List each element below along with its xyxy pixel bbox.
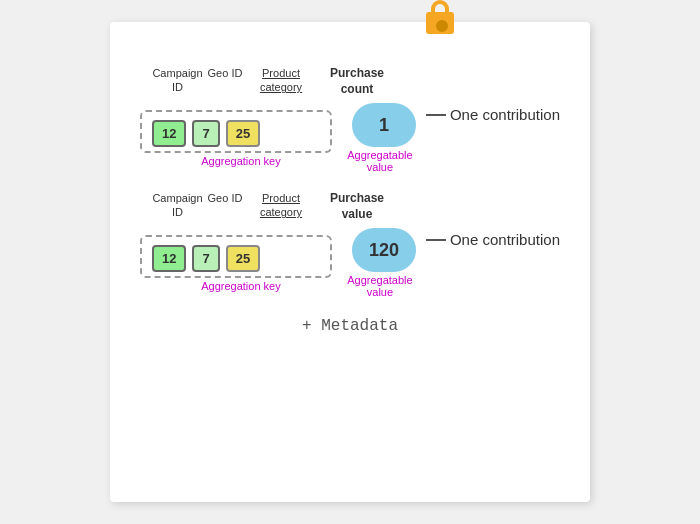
key-cell-25-1: 25 (226, 120, 260, 147)
col-headers-1: Campaign ID Geo ID Product category Purc… (140, 66, 416, 97)
col-headers-2: Campaign ID Geo ID Product category Purc… (140, 191, 416, 222)
dashed-box-2: 12 7 25 (140, 235, 332, 278)
agg-key-label-1: Aggregation key (140, 155, 332, 167)
col-product-cat-2: Product category (245, 191, 317, 220)
contribution-2-main: Campaign ID Geo ID Product category Purc… (140, 191, 416, 298)
contribution-1-label-area: One contribution (426, 66, 560, 123)
value-bubble-2: 120 (352, 228, 416, 272)
page-container: Campaign ID Geo ID Product category Purc… (0, 0, 700, 524)
key-cell-25-2: 25 (226, 245, 260, 272)
value-bubble-1: 1 (352, 103, 416, 147)
bubble-section-2: 120 Aggregatable value (344, 228, 416, 298)
col-campaign-id-2: Campaign ID (150, 191, 205, 220)
contribution-2-text: One contribution (450, 231, 560, 248)
contribution-2-label-area: One contribution (426, 191, 560, 248)
col-geo-id-2: Geo ID (205, 191, 245, 205)
metadata-text: + Metadata (302, 317, 398, 335)
metadata-section: + Metadata (140, 316, 560, 335)
key-cell-7-2: 7 (192, 245, 219, 272)
bubble-section-1: 1 Aggregatable value (344, 103, 416, 173)
col-geo-id-1: Geo ID (205, 66, 245, 80)
col-purchase-value-2: Purchase value (317, 191, 397, 222)
line-2 (426, 239, 446, 241)
agg-key-label-2: Aggregation key (140, 280, 332, 292)
col-campaign-id-1: Campaign ID (150, 66, 205, 95)
agg-value-label-2: Aggregatable value (345, 274, 415, 298)
contribution-1-text: One contribution (450, 106, 560, 123)
col-purchase-count-1: Purchase count (317, 66, 397, 97)
col-product-cat-1: Product category (245, 66, 317, 95)
contribution-1-main: Campaign ID Geo ID Product category Purc… (140, 66, 416, 173)
dashed-box-1: 12 7 25 (140, 110, 332, 153)
key-cell-12-1: 12 (152, 120, 186, 147)
lock-icon (420, 0, 460, 44)
key-cell-12-2: 12 (152, 245, 186, 272)
agg-value-label-1: Aggregatable value (345, 149, 415, 173)
line-1 (426, 114, 446, 116)
paper-card: Campaign ID Geo ID Product category Purc… (110, 22, 590, 502)
key-cell-7-1: 7 (192, 120, 219, 147)
